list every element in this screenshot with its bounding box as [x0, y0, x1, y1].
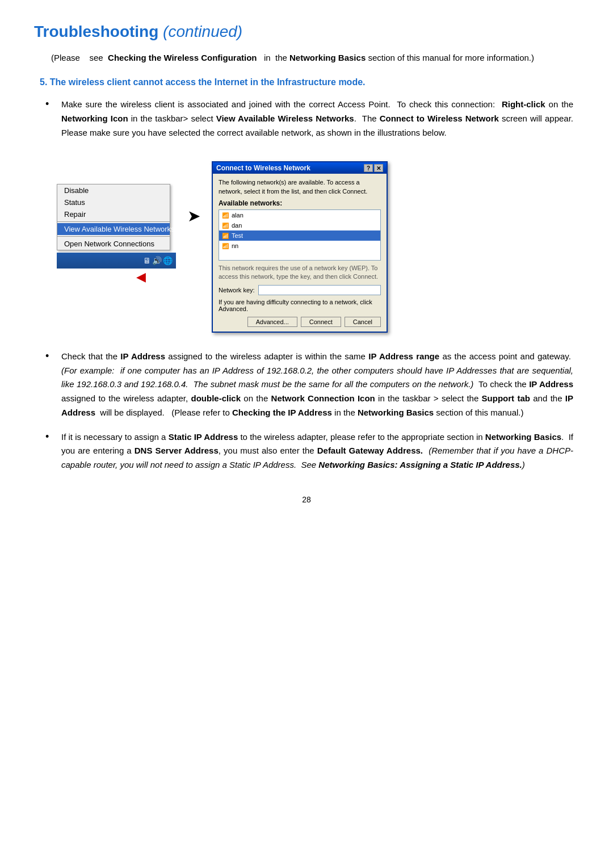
menu-item-status[interactable]: Status	[57, 196, 170, 208]
context-menu: Disable Status Repair View Available Wir…	[57, 184, 170, 250]
arrow-area: ➤	[187, 150, 200, 225]
network-name-dan: dan	[232, 222, 242, 229]
network-name-nn: nn	[232, 242, 238, 249]
menu-item-disable[interactable]: Disable	[57, 184, 170, 196]
menu-item-open-connections[interactable]: Open Network Connections	[57, 238, 170, 250]
dialog-titlebar: Connect to Wireless Network ? ✕	[213, 162, 387, 174]
bullet-dot-3: •	[45, 431, 57, 472]
taskbar-icon-3: 🌐	[163, 256, 173, 265]
context-menu-area: Disable Status Repair View Available Wir…	[57, 150, 176, 269]
taskbar-area: 🖥 🔊 🌐 ◀	[57, 253, 176, 269]
bullet-item-1: • Make sure the wireless client is assoc…	[34, 98, 579, 140]
red-arrow: ◀	[136, 270, 146, 284]
dialog-titlebar-buttons: ? ✕	[364, 164, 383, 172]
taskbar-strip: 🖥 🔊 🌐	[57, 253, 176, 269]
dialog-body: The following network(s) are available. …	[213, 174, 387, 332]
network-list[interactable]: 📶 alan 📶 dan 📶 Test 📶 nn	[219, 209, 381, 261]
cancel-button[interactable]: Cancel	[345, 317, 381, 327]
menu-separator-2	[57, 236, 170, 237]
dialog-title: Connect to Wireless Network	[216, 164, 310, 172]
title-main: Troubleshooting	[34, 23, 158, 40]
menu-item-repair[interactable]: Repair	[57, 208, 170, 220]
taskbar-icon-2: 🔊	[152, 256, 162, 265]
page-number: 28	[34, 495, 579, 504]
dialog-note: This network requires the use of a netwo…	[219, 264, 381, 282]
bullet-item-3: • If it is necessary to assign a Static …	[34, 430, 579, 472]
dialog-help-btn[interactable]: ?	[364, 164, 373, 172]
network-item-dan[interactable]: 📶 dan	[219, 220, 380, 230]
menu-separator-1	[57, 221, 170, 222]
dialog-close-btn[interactable]: ✕	[374, 164, 383, 172]
advanced-button[interactable]: Advanced...	[247, 317, 297, 327]
bullet-section: • Make sure the wireless client is assoc…	[34, 98, 579, 472]
network-name-alan: alan	[232, 212, 243, 219]
bullet-dot-1: •	[45, 98, 57, 140]
network-key-row: Network key:	[219, 285, 381, 295]
intro-paragraph: (Please see Checking the Wireless Config…	[34, 51, 579, 65]
bullet-text-2: Check that the IP Address assigned to th…	[61, 350, 573, 420]
bullet-text-1: Make sure the wireless client is associa…	[61, 98, 573, 140]
network-icon-test: 📶	[221, 232, 229, 240]
section5-heading: 5. The wireless client cannot access the…	[34, 77, 579, 87]
right-arrow-icon: ➤	[187, 207, 200, 225]
page-title: Troubleshooting (continued)	[34, 23, 579, 41]
bullet-dot-2: •	[45, 350, 57, 420]
title-italic: (continued)	[163, 23, 242, 40]
dialog-available-label: Available networks:	[219, 199, 381, 207]
connect-button[interactable]: Connect	[301, 317, 341, 327]
taskbar-icon-1: 🖥	[143, 256, 151, 265]
network-item-nn[interactable]: 📶 nn	[219, 241, 380, 251]
bullet-text-3: If it is necessary to assign a Static IP…	[61, 430, 573, 472]
network-key-input[interactable]	[258, 285, 381, 295]
dialog-buttons: Advanced... Connect Cancel	[219, 317, 381, 327]
network-key-label: Network key:	[219, 287, 255, 293]
menu-item-view-networks[interactable]: View Available Wireless Networks	[57, 223, 170, 235]
network-icon-nn: 📶	[221, 242, 229, 250]
network-item-alan[interactable]: 📶 alan	[219, 210, 380, 220]
illustration-area: Disable Status Repair View Available Wir…	[57, 150, 579, 333]
network-item-test[interactable]: 📶 Test	[219, 230, 380, 241]
dialog-advanced-link: If you are having difficulty connecting …	[219, 299, 381, 312]
network-name-test: Test	[232, 232, 243, 239]
network-icon-alan: 📶	[221, 211, 229, 219]
bullet-item-2: • Check that the IP Address assigned to …	[34, 350, 579, 420]
dialog-desc: The following network(s) are available. …	[219, 178, 381, 196]
wireless-dialog: Connect to Wireless Network ? ✕ The foll…	[212, 161, 388, 333]
network-icon-dan: 📶	[221, 221, 229, 229]
